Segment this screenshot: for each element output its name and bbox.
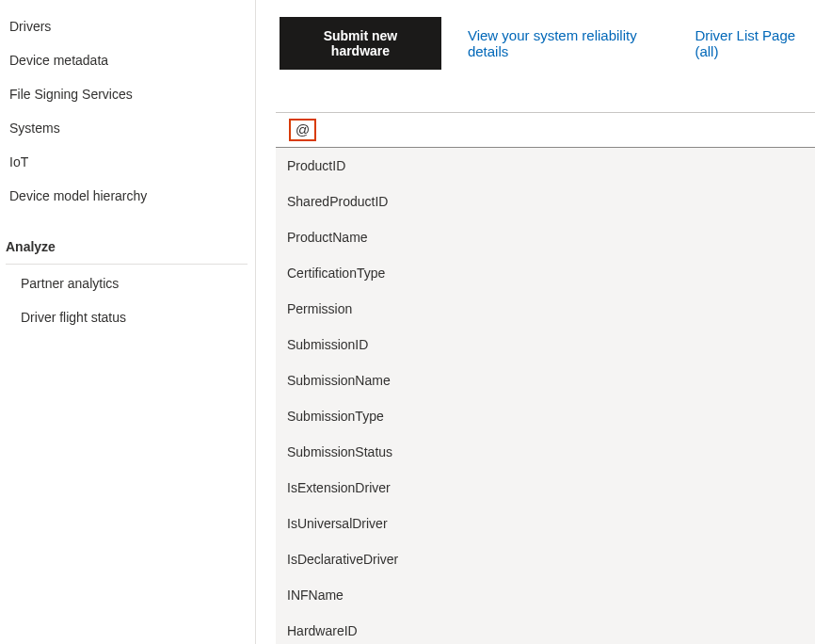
dropdown-item-productname[interactable]: ProductName [276, 219, 815, 255]
sidebar-item-iot[interactable]: IoT [0, 145, 255, 179]
dropdown-item-submissionstatus[interactable]: SubmissionStatus [276, 434, 815, 470]
sidebar-item-driver-flight-status[interactable]: Driver flight status [0, 300, 255, 334]
dropdown-item-infname[interactable]: INFName [276, 577, 815, 613]
search-input[interactable]: @ [276, 112, 815, 148]
dropdown-item-sharedproductid[interactable]: SharedProductID [276, 184, 815, 219]
search-value: @ [289, 119, 316, 141]
dropdown-item-permission[interactable]: Permission [276, 291, 815, 327]
sidebar-item-partner-analytics[interactable]: Partner analytics [0, 266, 255, 300]
dropdown-item-submissiontype[interactable]: SubmissionType [276, 398, 815, 434]
sidebar-item-device-model-hierarchy[interactable]: Device model hierarchy [0, 179, 255, 213]
dropdown-item-isextensiondriver[interactable]: IsExtensionDriver [276, 470, 815, 506]
main-content: Submit new hardware View your system rel… [256, 0, 815, 644]
sidebar-item-device-metadata[interactable]: Device metadata [0, 43, 255, 77]
action-bar: Submit new hardware View your system rel… [280, 17, 815, 70]
sidebar-item-drivers[interactable]: Drivers [0, 9, 255, 43]
autocomplete-dropdown: ProductID SharedProductID ProductName Ce… [276, 148, 815, 644]
sidebar-section-analyze: Analyze [0, 230, 255, 262]
search-container: @ ProductID SharedProductID ProductName … [276, 112, 815, 644]
dropdown-item-productid[interactable]: ProductID [276, 148, 815, 184]
sidebar-item-systems[interactable]: Systems [0, 111, 255, 145]
sidebar-divider [6, 264, 248, 265]
dropdown-item-isuniversaldriver[interactable]: IsUniversalDriver [276, 506, 815, 541]
reliability-link[interactable]: View your system reliability details [468, 27, 668, 59]
dropdown-item-isdeclarativedriver[interactable]: IsDeclarativeDriver [276, 541, 815, 577]
submit-hardware-button[interactable]: Submit new hardware [280, 17, 441, 70]
driver-list-link[interactable]: Driver List Page (all) [695, 27, 815, 59]
sidebar-item-file-signing[interactable]: File Signing Services [0, 77, 255, 111]
dropdown-item-submissionname[interactable]: SubmissionName [276, 362, 815, 398]
dropdown-item-submissionid[interactable]: SubmissionID [276, 327, 815, 362]
dropdown-item-certificationtype[interactable]: CertificationType [276, 255, 815, 291]
sidebar: Drivers Device metadata File Signing Ser… [0, 0, 256, 644]
dropdown-item-hardwareid[interactable]: HardwareID [276, 613, 815, 644]
